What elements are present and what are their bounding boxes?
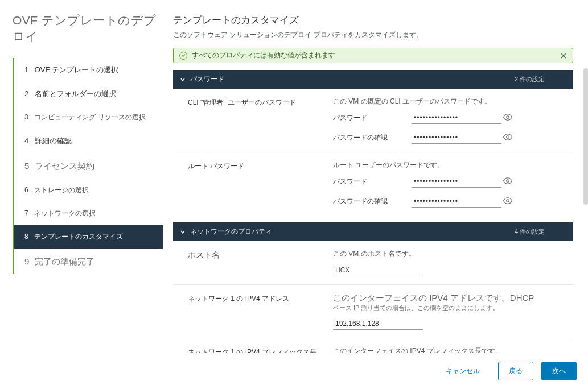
property-cli-admin-password: CLI "管理者" ユーザーのパスワード この VM の既定の CLI ユーザー… [173, 89, 573, 152]
step-number: 3 [24, 113, 32, 122]
chevron-down-icon [180, 229, 186, 235]
section-header-network[interactable]: ネットワークのプロパティ 4 件の設定 [173, 222, 573, 241]
root-password-input[interactable] [412, 176, 501, 188]
svg-point-6 [507, 180, 509, 183]
step-number: 6 [24, 185, 32, 195]
section-title: パスワード [190, 75, 224, 84]
property-ipv4-prefix: ネットワーク 1 の IPV4 プレフィックス長 このインターフェイスの IPV… [173, 338, 573, 353]
svg-point-4 [507, 116, 509, 119]
eye-icon[interactable] [503, 176, 513, 186]
back-button[interactable]: 戻る [498, 362, 533, 380]
section-count: 4 件の設定 [515, 227, 545, 236]
step-label: OVF テンプレートの選択 [35, 65, 118, 74]
svg-point-7 [507, 200, 509, 202]
step-number: 8 [24, 232, 32, 242]
property-label: ルート パスワード [188, 160, 333, 208]
password-confirm-label: パスワードの確認 [333, 197, 412, 206]
property-ipv4-address: ネットワーク 1 の IPV4 アドレス このインターフェイスの IPV4 アド… [173, 284, 573, 338]
property-description: この VM の既定の CLI ユーザーのパスワードです。 [333, 97, 573, 106]
step-label: 詳細の確認 [35, 136, 72, 145]
next-button[interactable]: 次へ [541, 362, 577, 380]
step-6-storage[interactable]: 6 ストレージの選択 [14, 179, 163, 202]
password-confirm-label: パスワードの確認 [333, 133, 412, 143]
password-label: パスワード [333, 113, 412, 123]
property-label: ネットワーク 1 の IPV4 アドレス [188, 293, 333, 330]
step-label: 名前とフォルダーの選択 [35, 89, 116, 98]
step-number: 1 [24, 65, 32, 75]
property-description-sub: ベース IP 割り当ての場合は、この欄を空のままにします。 [333, 304, 573, 312]
step-number: 5 [24, 160, 32, 172]
step-label: 完了の準備完了 [35, 256, 94, 266]
step-number: 4 [24, 136, 32, 146]
page-title: テンプレートのカスタマイズ [173, 14, 573, 27]
step-5-license[interactable]: 5 ライセンス契約 [14, 153, 163, 179]
step-label: テンプレートのカスタマイズ [34, 233, 123, 241]
step-label: ライセンス契約 [35, 161, 94, 171]
cli-admin-password-input[interactable] [412, 112, 501, 124]
property-description: このインターフェイスの IPV4 アドレスです。DHCP [333, 293, 573, 304]
property-label: ホスト名 [188, 249, 333, 276]
step-number: 9 [24, 255, 32, 267]
step-9-ready-to-complete[interactable]: 9 完了の準備完了 [14, 249, 163, 274]
cancel-button[interactable]: キャンセル [435, 362, 490, 380]
scrollbar[interactable] [583, 68, 588, 205]
property-hostname: ホスト名 この VM のホスト名です。 [173, 241, 573, 284]
property-label: CLI "管理者" ユーザーのパスワード [188, 97, 333, 144]
page-subtitle: このソフトウェア ソリューションのデプロイ プロパティをカスタマイズします。 [173, 30, 573, 40]
validation-alert: すべてのプロパティには有効な値が含まれます [173, 48, 573, 63]
property-label: ネットワーク 1 の IPV4 プレフィックス長 [188, 346, 333, 353]
section-header-passwords[interactable]: パスワード 2 件の設定 [173, 70, 573, 89]
root-password-confirm-input[interactable] [412, 196, 501, 208]
step-number: 2 [24, 89, 32, 99]
cli-admin-password-confirm-input[interactable] [412, 132, 501, 144]
step-label: ネットワークの選択 [34, 209, 96, 217]
eye-icon[interactable] [503, 196, 513, 206]
step-1-ovf-template[interactable]: 1 OVF テンプレートの選択 [14, 58, 163, 82]
section-title: ネットワークのプロパティ [190, 227, 272, 237]
dialog-title: OVF テンプレートのデプロイ [13, 13, 163, 44]
eye-icon[interactable] [503, 132, 513, 142]
dialog-footer: キャンセル 戻る 次へ [0, 353, 588, 389]
step-label: ストレージの選択 [34, 186, 89, 194]
step-7-network[interactable]: 7 ネットワークの選択 [14, 202, 163, 225]
step-3-compute-resource[interactable]: 3 コンピューティング リソースの選択 [14, 106, 163, 129]
eye-icon[interactable] [503, 112, 513, 122]
ipv4-address-input[interactable] [333, 318, 423, 330]
hostname-input[interactable] [333, 264, 423, 276]
alert-close-icon[interactable] [560, 52, 567, 59]
chevron-down-icon [180, 77, 186, 82]
section-count: 2 件の設定 [515, 75, 545, 84]
success-icon [179, 52, 187, 60]
step-2-name-folder[interactable]: 2 名前とフォルダーの選択 [14, 82, 163, 106]
svg-point-5 [507, 136, 509, 139]
property-description: ルート ユーザーのパスワードです。 [333, 160, 573, 170]
property-root-password: ルート パスワード ルート ユーザーのパスワードです。 パスワード パスワードの… [173, 152, 573, 216]
property-description: このインターフェイスの IPV4 プレフィックス長です。 [333, 346, 573, 353]
step-number: 7 [24, 209, 32, 218]
alert-text: すべてのプロパティには有効な値が含まれます [192, 51, 335, 60]
password-label: パスワード [333, 177, 412, 187]
wizard-steps: 1 OVF テンプレートの選択 2 名前とフォルダーの選択 3 コンピューティン… [13, 58, 163, 274]
step-label: コンピューティング リソースの選択 [34, 113, 145, 121]
step-8-customize-template[interactable]: 8 テンプレートのカスタマイズ [14, 225, 163, 249]
step-4-review-details[interactable]: 4 詳細の確認 [14, 129, 163, 153]
property-description: この VM のホスト名です。 [333, 249, 573, 259]
